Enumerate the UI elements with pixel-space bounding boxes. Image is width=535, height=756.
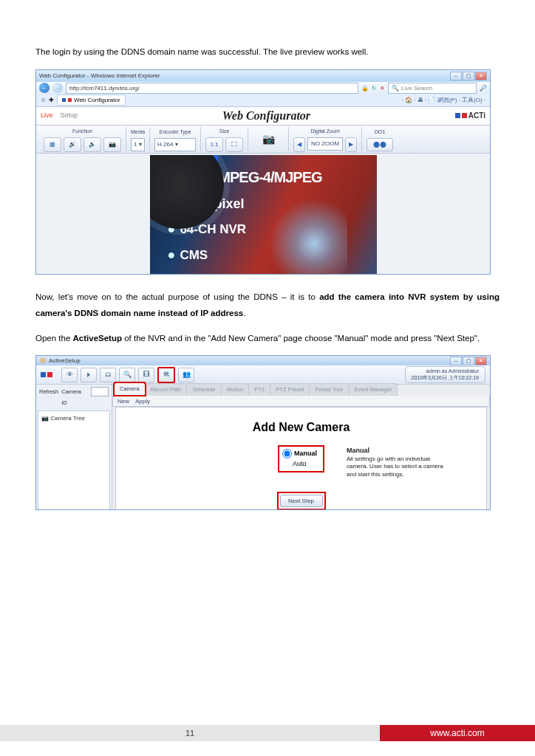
grp-function-label: Function bbox=[72, 126, 92, 136]
grp-size-label: Size bbox=[219, 126, 230, 136]
apply-button[interactable]: Apply bbox=[135, 396, 150, 407]
screenshot-web-configurator: Web Configurator - Windows Internet Expl… bbox=[35, 69, 491, 275]
page-footer: 11 www.acti.com bbox=[0, 725, 535, 741]
ie-titlebar: Web Configurator - Windows Internet Expl… bbox=[36, 70, 490, 82]
tab-motion[interactable]: Motion bbox=[221, 383, 250, 396]
new-button[interactable]: New bbox=[117, 396, 129, 407]
tab-ptz[interactable]: PTZ bbox=[248, 383, 270, 396]
as-toolbar: 👁 ⏵ 🗂 🔍 🎞 🛠 👥 admin as Administrator2010… bbox=[36, 365, 490, 385]
wc-title: Web Configurator bbox=[78, 105, 455, 127]
tool-icon-2[interactable]: ⏵ bbox=[81, 368, 97, 382]
zoom-in-button[interactable]: ▶ bbox=[345, 137, 357, 152]
tool-icon-1[interactable]: 👁 bbox=[61, 368, 78, 382]
size-fit-button[interactable]: ⛶ bbox=[225, 137, 243, 152]
as-titlebar: 🔆ActiveSetup – ▢ ✕ bbox=[36, 356, 490, 365]
minimize-icon[interactable]: – bbox=[450, 357, 462, 365]
zoom-out-button[interactable]: ◀ bbox=[293, 137, 305, 152]
setup-tab[interactable]: Setup bbox=[61, 109, 78, 122]
camera-tree[interactable]: 📷 Camera Tree bbox=[38, 410, 110, 511]
add-camera-heading: Add New Camera bbox=[116, 416, 486, 439]
maximize-icon[interactable]: ▢ bbox=[463, 72, 474, 80]
tab-ptzpreset[interactable]: PTZ Preset bbox=[270, 383, 310, 396]
close-icon[interactable]: ✕ bbox=[475, 72, 487, 80]
tab-recordpath[interactable]: Record Path bbox=[145, 383, 188, 396]
tab-presettour[interactable]: Preset Tour bbox=[309, 383, 349, 396]
refresh-link[interactable]: Refresh bbox=[39, 387, 58, 408]
acti-logo bbox=[41, 372, 52, 377]
back-icon[interactable]: ← bbox=[39, 83, 50, 93]
func-btn-1[interactable]: ▦ bbox=[44, 137, 61, 152]
tab-eventmanager[interactable]: Event Manager bbox=[349, 383, 398, 396]
radio-manual[interactable] bbox=[282, 449, 292, 458]
size-1to1-button[interactable]: 1:1 bbox=[205, 137, 223, 152]
func-btn-2[interactable]: 🔊 bbox=[64, 137, 81, 152]
tool-icon-7[interactable]: 👥 bbox=[178, 368, 194, 382]
next-step-button[interactable]: Next Step bbox=[280, 495, 323, 507]
video-preview: 1: 2010/03/14 06:29:08 ●H.264/MPEG-4/MJP… bbox=[150, 155, 377, 275]
camera-move-icon[interactable]: 📷 bbox=[262, 129, 275, 149]
sidebar: RefreshCamera ID 📷 Camera Tree bbox=[36, 385, 112, 510]
ie-address-bar: ← → http://tcm7411.dyndns.org/ 🔒 ↻ ✕ 🔍Li… bbox=[36, 82, 490, 94]
screenshot-activesetup: 🔆ActiveSetup – ▢ ✕ 👁 ⏵ 🗂 🔍 🎞 🛠 👥 admin a… bbox=[35, 355, 491, 510]
func-btn-4[interactable]: 📷 bbox=[103, 137, 121, 152]
close-icon[interactable]: ✕ bbox=[475, 357, 487, 365]
video-timestamp: 1: 2010/03/14 06:29:08 bbox=[150, 155, 218, 165]
wc-header: Live Setup Web Configurator ACTi bbox=[36, 106, 490, 126]
favorites-icon[interactable]: ☆ bbox=[41, 94, 46, 106]
maximize-icon[interactable]: ▢ bbox=[463, 357, 474, 365]
media-select[interactable]: 1 ▾ bbox=[131, 138, 145, 151]
user-info: admin as Administrator2010年3月26日 上午10:22… bbox=[405, 366, 485, 383]
camera-id-label: Camera ID bbox=[61, 387, 88, 408]
window-title: Web Configurator - Windows Internet Expl… bbox=[39, 70, 160, 81]
zoom-value: NO ZOOM bbox=[307, 137, 343, 151]
video-overlay-text: ●H.264/MPEG-4/MJPEG ●Megapixel ●64-CH NV… bbox=[168, 163, 322, 267]
grp-media-label: Media bbox=[131, 127, 145, 137]
page-number: 11 bbox=[0, 725, 380, 741]
do1-button[interactable]: ⬤⬤ bbox=[367, 138, 393, 151]
tab-schedule[interactable]: Schedule bbox=[186, 383, 221, 396]
favorites-add-icon[interactable]: ✚ bbox=[49, 94, 54, 106]
forward-icon[interactable]: → bbox=[52, 83, 63, 93]
paragraph-instruction: Open the ActiveSetup of the NVR and in t… bbox=[35, 331, 500, 347]
wc-toolbar: Function▦🔊🔈📷 Media1 ▾ Encoder TypeH.264 … bbox=[36, 126, 490, 154]
content-panel: Add New Camera Manual Auto Manual All se… bbox=[115, 407, 487, 510]
tool-icon-4[interactable]: 🔍 bbox=[119, 368, 135, 382]
tab-strip: Camera Record Path Schedule Motion PTZ P… bbox=[112, 385, 490, 396]
grp-encoder-label: Encoder Type bbox=[160, 127, 191, 137]
grp-do-label: DO1 bbox=[375, 127, 385, 137]
next-step-highlight: Next Step bbox=[277, 492, 326, 510]
live-tab[interactable]: Live bbox=[41, 109, 53, 122]
paragraph-purpose: Now, let's move on to the actual purpose… bbox=[35, 289, 500, 322]
func-btn-3[interactable]: 🔈 bbox=[84, 137, 101, 152]
minimize-icon[interactable]: – bbox=[450, 72, 462, 80]
encoder-select[interactable]: H.264 ▾ bbox=[154, 138, 196, 151]
mode-radio-group[interactable]: Manual Auto bbox=[278, 445, 324, 472]
search-field[interactable]: 🔍Live Search bbox=[388, 83, 477, 94]
acti-logo: ACTi bbox=[455, 109, 485, 123]
url-field[interactable]: http://tcm7411.dyndns.org/ bbox=[66, 83, 358, 94]
mode-description: Manual All settings go with an individua… bbox=[347, 447, 450, 478]
tool-icon-5[interactable]: 🎞 bbox=[138, 368, 154, 382]
footer-url: www.acti.com bbox=[380, 725, 535, 741]
main-panel: Camera Record Path Schedule Motion PTZ P… bbox=[112, 385, 490, 510]
grp-zoom-label: Digital Zoom bbox=[310, 126, 339, 136]
sub-toolbar: New Apply bbox=[112, 396, 490, 407]
tab-camera[interactable]: Camera bbox=[114, 382, 146, 396]
tool-icon-highlighted[interactable]: 🛠 bbox=[157, 367, 175, 383]
tool-icon-3[interactable]: 🗂 bbox=[100, 368, 116, 382]
paragraph-intro: The login by using the DDNS domain name … bbox=[35, 44, 500, 61]
